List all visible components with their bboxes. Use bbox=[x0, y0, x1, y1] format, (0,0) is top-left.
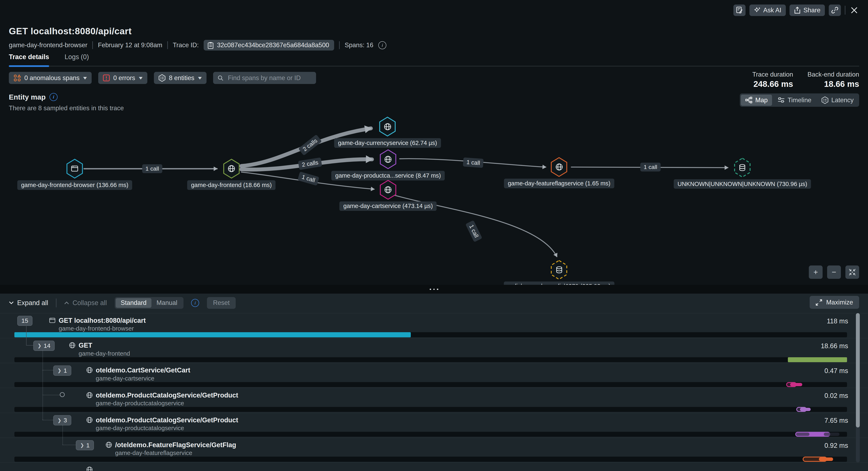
reset-button[interactable]: Reset bbox=[207, 297, 236, 309]
entity-node-redis[interactable] bbox=[551, 260, 567, 280]
entity-node-label-frontend: game-day-frontend (18.66 ms) bbox=[187, 180, 276, 190]
zoom-out-button[interactable]: − bbox=[827, 266, 841, 279]
tree-guide bbox=[42, 370, 53, 370]
edge-call-count-label: 1 call bbox=[142, 164, 162, 173]
ask-ai-button[interactable]: Ask AI bbox=[749, 4, 786, 16]
notes-button[interactable] bbox=[734, 4, 746, 16]
duration-summary: Trace duration 248.66 ms Back-end durati… bbox=[752, 71, 859, 89]
entities-icon bbox=[158, 74, 166, 82]
entity-map-canvas[interactable]: game-day-frontend-browser (136.66 ms)gam… bbox=[0, 111, 868, 285]
close-button[interactable] bbox=[849, 6, 859, 14]
mode-manual[interactable]: Manual bbox=[151, 298, 182, 308]
bar-segment bbox=[796, 433, 809, 436]
share-button[interactable]: Share bbox=[789, 4, 825, 16]
tree-guide bbox=[26, 345, 33, 345]
meta-divider bbox=[167, 41, 168, 49]
entity-node-frontend[interactable] bbox=[223, 159, 240, 179]
edge-call-count-label: 1 call bbox=[640, 163, 660, 172]
span-row-1[interactable]: ❯14GETgame-day-frontend18.66 ms bbox=[0, 338, 868, 363]
span-name: oteldemo.ProductCatalogService/GetProduc… bbox=[96, 416, 238, 424]
tree-guide bbox=[62, 445, 76, 445]
entity-map-title: Entity map bbox=[9, 93, 45, 101]
entity-node-label-productcatalogservice: game-day-productca...service (8.47 ms) bbox=[332, 171, 445, 180]
bar-segment bbox=[800, 408, 811, 411]
database-icon bbox=[555, 266, 563, 274]
backend-duration-block: Back-end duration 18.66 ms bbox=[808, 71, 859, 89]
span-timeline-lane bbox=[14, 457, 847, 462]
span-name: GET localhost:8080/api/cart bbox=[59, 317, 146, 325]
entity-map-info-icon[interactable]: i bbox=[50, 93, 58, 101]
panel-resize-handle[interactable] bbox=[0, 285, 868, 294]
span-name: GET bbox=[79, 342, 92, 349]
span-row-3[interactable]: oteldemo.ProductCatalogService/GetProduc… bbox=[0, 388, 868, 413]
maximize-icon bbox=[815, 299, 822, 306]
span-name: oteldemo.CartService/GetCart bbox=[96, 367, 190, 374]
zoom-fit-button[interactable] bbox=[845, 266, 859, 279]
view-latency-button[interactable]: Latency bbox=[817, 95, 858, 106]
bar-segment bbox=[824, 433, 839, 436]
waterfall-controls: Expand all Collapse all Standard Manual … bbox=[9, 297, 236, 309]
chevron-down-icon: ▼ bbox=[197, 75, 203, 81]
span-expand-badge[interactable]: 15 bbox=[17, 316, 33, 326]
tree-guide bbox=[62, 425, 63, 445]
copy-link-button[interactable] bbox=[829, 4, 841, 16]
span-timeline-lane bbox=[14, 407, 847, 412]
tab-trace-details[interactable]: Trace details bbox=[9, 53, 49, 66]
meta-divider bbox=[92, 41, 93, 49]
chevron-up-icon bbox=[64, 301, 69, 304]
spans-count: Spans: 16 bbox=[345, 41, 373, 49]
maximize-button[interactable]: Maximize bbox=[810, 296, 859, 309]
meta-divider bbox=[339, 41, 340, 49]
span-search-input[interactable] bbox=[227, 74, 312, 82]
anomalous-spans-label: 0 anomalous spans bbox=[25, 74, 80, 82]
trace-duration-block: Trace duration 248.66 ms bbox=[752, 71, 793, 89]
span-child-count: 15 bbox=[21, 317, 28, 324]
span-row-4[interactable]: ❯3oteldemo.ProductCatalogService/GetProd… bbox=[0, 413, 868, 438]
zoom-in-button[interactable]: + bbox=[809, 266, 823, 279]
entity-node-featureflagservice[interactable] bbox=[551, 157, 567, 177]
span-row-0[interactable]: 15GET localhost:8080/api/cartgame-day-fr… bbox=[0, 313, 868, 338]
span-expand-badge[interactable]: ❯1 bbox=[53, 366, 71, 376]
span-duration-bar bbox=[786, 382, 797, 387]
view-timeline-label: Timeline bbox=[788, 97, 811, 104]
globe-icon bbox=[105, 441, 113, 448]
globe-icon bbox=[86, 466, 93, 471]
entity-node-productcatalogservice[interactable] bbox=[380, 149, 396, 169]
spans-info-icon[interactable]: i bbox=[378, 41, 386, 49]
entity-node-unknown[interactable] bbox=[734, 158, 751, 178]
chevron-right-icon: ❯ bbox=[37, 343, 41, 348]
entity-node-currencyservice[interactable] bbox=[379, 116, 396, 137]
view-timeline-button[interactable]: Timeline bbox=[773, 95, 816, 106]
collapse-all-button[interactable]: Collapse all bbox=[64, 299, 107, 307]
expand-all-button[interactable]: Expand all bbox=[9, 299, 48, 307]
mode-info-icon[interactable]: i bbox=[191, 299, 199, 307]
map-view-toggle: Map Timeline Latency bbox=[740, 93, 859, 107]
globe-icon bbox=[227, 164, 236, 173]
controls-divider bbox=[56, 299, 57, 307]
browser-icon bbox=[70, 164, 79, 173]
span-duration-bar bbox=[14, 332, 411, 337]
span-row-5[interactable]: ❯1/oteldemo.FeatureFlagService/GetFlagga… bbox=[0, 438, 868, 463]
entities-filter[interactable]: 8 entities ▼ bbox=[154, 72, 207, 84]
span-name: /oteldemo.FeatureFlagService/GetFlag bbox=[115, 441, 236, 449]
span-row-2[interactable]: ❯1oteldemo.CartService/GetCartgame-day-c… bbox=[0, 363, 868, 388]
trace-id-pill[interactable]: 32c087ec434bce28367e5a684da8a500 bbox=[204, 40, 334, 51]
tab-logs[interactable]: Logs (0) bbox=[64, 53, 89, 66]
span-expand-badge[interactable]: ❯3 bbox=[53, 415, 71, 426]
entity-node-frontend-browser[interactable] bbox=[66, 159, 83, 179]
waterfall-scrollbar-thumb[interactable] bbox=[856, 313, 860, 428]
mode-standard[interactable]: Standard bbox=[116, 298, 151, 308]
span-row-6[interactable] bbox=[0, 462, 868, 471]
entity-node-cartservice[interactable] bbox=[380, 180, 396, 200]
tree-guide bbox=[42, 350, 43, 420]
span-duration: 18.66 ms bbox=[821, 342, 848, 350]
span-expand-badge[interactable]: ❯14 bbox=[33, 341, 55, 351]
errors-filter[interactable]: 0 errors ▼ bbox=[98, 72, 147, 84]
view-map-button[interactable]: Map bbox=[741, 95, 772, 106]
globe-icon bbox=[69, 342, 76, 349]
errors-label: 0 errors bbox=[113, 74, 135, 82]
header-divider bbox=[845, 6, 845, 14]
anomalous-spans-filter[interactable]: 0 anomalous spans ▼ bbox=[9, 72, 92, 84]
span-expand-badge[interactable]: ❯1 bbox=[76, 440, 94, 450]
span-filter-toolbar: 0 anomalous spans ▼ 0 errors ▼ 8 entitie… bbox=[9, 72, 316, 84]
